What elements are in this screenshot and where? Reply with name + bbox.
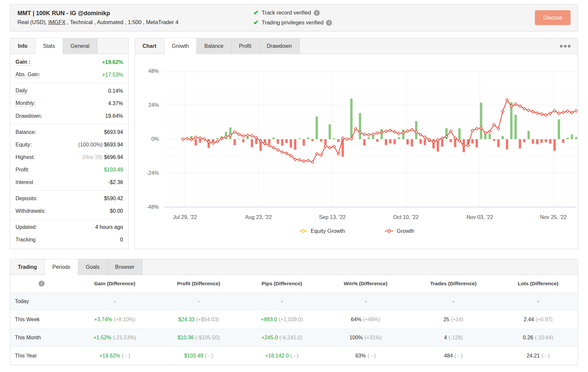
svg-text:48%: 48% [148, 68, 159, 74]
cell-trades: 484( - ) [408, 347, 499, 365]
periods-info-header: i [10, 275, 73, 292]
cell-lots: - [499, 292, 578, 310]
col-profit: Profit (Difference) [156, 275, 241, 292]
cell-lots: 0.26(-10.64) [499, 328, 578, 347]
cell-win: 63%( - ) [323, 347, 408, 365]
chart-options-menu-icon[interactable] [560, 45, 571, 47]
track-record-verified-row: ✔ Track record verified i [253, 9, 332, 16]
growth-chart-canvas[interactable]: 48%24%0%-24%-48%Jul 29, '22Aug 23, '22Se… [135, 58, 578, 224]
tab-growth[interactable]: Growth [164, 38, 197, 54]
tab-general[interactable]: General [63, 38, 97, 54]
tab-chart[interactable]: Chart [135, 38, 164, 54]
cell-gain: - [73, 292, 156, 310]
chart-tabbar: Chart Growth Balance Profit Drawdown [135, 38, 578, 54]
cell-lots: 24.21( - ) [499, 347, 578, 365]
table-row-this-month: This Month +1.52%(-21.53%) $10.36(-$105.… [10, 328, 578, 347]
svg-text:-48%: -48% [147, 204, 159, 210]
tab-info[interactable]: Info [10, 38, 35, 54]
stat-row-highest: Highest: (Nov 28)$696.94 [10, 151, 128, 164]
tab-browser[interactable]: Browser [108, 259, 143, 275]
row-label: Today [10, 292, 73, 310]
account-attributes: , Technical , Automated , 1:500 , MetaTr… [66, 19, 179, 25]
divider [10, 83, 128, 83]
tab-goals[interactable]: Goals [78, 259, 108, 275]
legend-item-growth[interactable]: Growth [384, 228, 414, 234]
trading-privileges-verified-label: Trading privileges verified [262, 19, 323, 26]
svg-text:Nov 25, '22: Nov 25, '22 [540, 214, 567, 220]
stats-rows: Gain : +19.62% Abs. Gain: +17.53% Daily … [10, 54, 128, 246]
cell-trades: 25(+14) [408, 310, 499, 328]
cell-profit: $103.49( - ) [156, 347, 241, 365]
stat-value: (100.00%)$693.94 [78, 142, 123, 148]
account-header: MMT | 100K RUN - IG @dominikp Real (USD)… [10, 4, 578, 31]
discuss-button[interactable]: Discuss [535, 10, 571, 25]
stat-row-gain: Gain : +19.62% [10, 56, 128, 69]
stat-value: 4 hours ago [95, 224, 123, 230]
broker-link[interactable]: IMGFX [49, 19, 66, 25]
stat-row-monthly: Monthly: 4.37% [10, 97, 128, 110]
tab-balance[interactable]: Balance [197, 38, 231, 54]
tab-profit[interactable]: Profit [231, 38, 259, 54]
stat-row-interest: Interest -$2.36 [10, 176, 128, 189]
stat-label: Drawdown: [16, 113, 42, 119]
cell-pips: +245.0(-6,241.0) [241, 328, 323, 347]
cell-pips: +18,142.0( - ) [241, 347, 323, 365]
verification-block: ✔ Track record verified i ✔ Trading priv… [253, 9, 332, 26]
periods-tabbar: Trading Periods Goals Browser [10, 259, 578, 275]
stat-value: (Nov 28)$696.94 [82, 154, 123, 160]
svg-text:0%: 0% [151, 136, 159, 142]
myfxbook-portfolio-page: MMT | 100K RUN - IG @dominikp Real (USD)… [0, 0, 588, 372]
cell-trades: 4(-128) [408, 328, 499, 347]
equity-growth-marker-icon [299, 229, 308, 233]
svg-text:Sep 13, '22: Sep 13, '22 [319, 214, 346, 220]
cell-gain: +19.62%( - ) [73, 347, 156, 365]
table-row-today: Today - - - - - - [10, 292, 578, 310]
tab-trading[interactable]: Trading [10, 259, 45, 275]
cell-win: 100%(+31%) [323, 328, 408, 347]
row-label: This Year [10, 347, 73, 365]
stat-row-daily: Daily 0.14% [10, 85, 128, 97]
account-subtitle: Real (USD), IMGFX , Technical , Automate… [17, 19, 253, 25]
svg-text:Aug 23, '22: Aug 23, '22 [245, 214, 272, 220]
stat-value: +17.53% [102, 72, 123, 78]
stat-row-equity: Equity: (100.00%)$693.94 [10, 139, 128, 151]
legend-label: Equity Growth [311, 228, 345, 234]
stat-row-deposits: Deposits: $590.42 [10, 192, 128, 205]
stat-value: 0.14% [108, 88, 123, 94]
legend-item-equity-growth[interactable]: Equity Growth [299, 228, 345, 234]
stat-row-updated: Updated: 4 hours ago [10, 221, 128, 233]
chart-legend: Equity Growth Growth [135, 228, 578, 234]
periods-panel: Trading Periods Goals Browser i Gain (Di… [10, 259, 578, 365]
info-icon[interactable]: i [39, 281, 45, 287]
info-icon[interactable]: i [314, 10, 320, 16]
stat-value: 4.37% [108, 101, 123, 107]
growth-chart: 48%24%0%-24%-48%Jul 29, '22Aug 23, '22Se… [135, 54, 578, 234]
cell-trades: - [408, 292, 499, 310]
stat-value-main: $696.94 [104, 154, 123, 160]
stat-label: Profit: [16, 167, 29, 173]
table-row-this-week: This Week +3.74%(+8.10%) $24.33(+$54.03)… [10, 310, 578, 328]
stat-row-abs-gain: Abs. Gain: +17.53% [10, 69, 128, 81]
row-label: This Week [10, 310, 73, 328]
stat-label: Withdrawals: [16, 208, 46, 214]
stat-label: Daily [16, 88, 27, 94]
stat-label: Equity: [16, 142, 32, 148]
stat-row-balance: Balance: $693.94 [10, 126, 128, 139]
tab-periods[interactable]: Periods [45, 259, 78, 275]
growth-marker-icon [384, 229, 394, 233]
stat-row-withdrawals: Withdrawals: $0.00 [10, 205, 128, 217]
stat-label: Interest [16, 179, 33, 185]
account-type: Real (USD), [17, 19, 49, 25]
account-title: MMT | 100K RUN - IG @dominikp [17, 10, 253, 17]
legend-label: Growth [397, 228, 414, 234]
stat-value: -$2.36 [108, 179, 123, 185]
tab-stats[interactable]: Stats [35, 38, 63, 54]
col-lots: Lots (Difference) [499, 275, 578, 292]
stat-value: $0.00 [110, 208, 123, 214]
check-icon: ✔ [253, 9, 259, 16]
tab-drawdown[interactable]: Drawdown [259, 38, 300, 54]
info-icon[interactable]: i [326, 20, 332, 26]
svg-text:24%: 24% [148, 102, 159, 108]
col-win: Win% (Difference) [323, 275, 408, 292]
stat-value-prefix: (Nov 28) [82, 154, 103, 160]
